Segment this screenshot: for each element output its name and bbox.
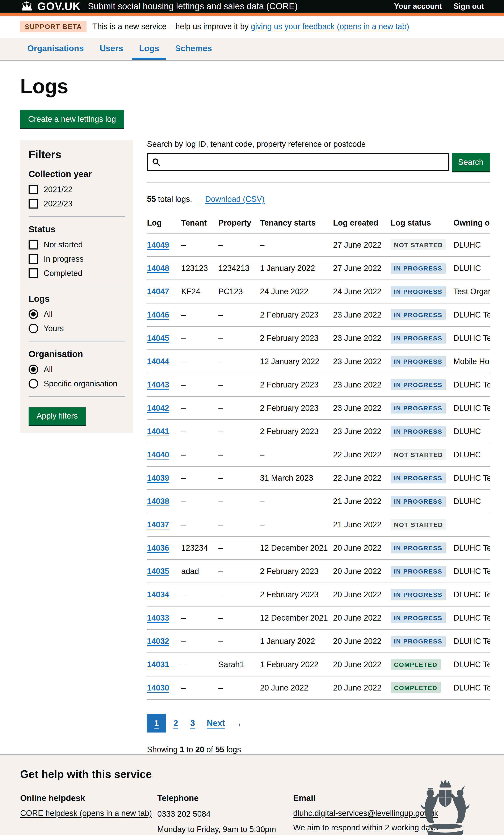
status-badge: IN PROGRESS — [390, 379, 446, 390]
checkbox-control-2021-22[interactable] — [28, 185, 38, 194]
log-link-14032[interactable]: 14032 — [147, 637, 169, 646]
cell-tenancy-starts: 2 February 2023 — [260, 583, 333, 606]
checkbox-label-in-progress[interactable]: In progress — [44, 254, 84, 264]
log-link-14040[interactable]: 14040 — [147, 450, 169, 459]
nav-link-logs[interactable]: Logs — [132, 38, 166, 60]
cell-log-created: 23 June 2022 — [333, 420, 390, 443]
checkbox-control-2022-23[interactable] — [28, 199, 38, 208]
checkbox-control-completed[interactable] — [28, 268, 38, 278]
nav-link-organisations[interactable]: Organisations — [20, 38, 91, 60]
pagination-next-link[interactable]: Next — [207, 718, 225, 728]
checkbox-control-in-progress[interactable] — [28, 254, 38, 264]
log-link-14043[interactable]: 14043 — [147, 380, 169, 389]
log-link-14038[interactable]: 14038 — [147, 497, 169, 506]
crest-box: © Crown copyright — [407, 778, 483, 835]
table-row: 14037–––21 June 2022NOT STARTED — [147, 513, 490, 536]
core-helpdesk-link[interactable]: CORE helpdesk (opens in a new tab) — [20, 809, 152, 818]
log-link-14041[interactable]: 14041 — [147, 427, 169, 436]
cell-tenant: – — [181, 327, 218, 350]
cell-property: – — [218, 443, 260, 466]
cell-log-created: 23 June 2022 — [333, 350, 390, 373]
checkbox-option-not-started[interactable]: Not started — [28, 240, 125, 249]
checkbox-option-2021-22[interactable]: 2021/22 — [28, 185, 125, 194]
checkbox-option-2022-23[interactable]: 2022/23 — [28, 199, 125, 208]
cell-log-status: IN PROGRESS — [390, 420, 453, 443]
status-badge: IN PROGRESS — [390, 589, 446, 600]
radio-label-specific-organisation[interactable]: Specific organisation — [44, 379, 117, 388]
cell-owning-organisation: DLUHC — [453, 257, 490, 280]
log-link-14048[interactable]: 14048 — [147, 264, 169, 272]
log-link-14036[interactable]: 14036 — [147, 544, 169, 552]
nav-link-schemes[interactable]: Schemes — [168, 38, 219, 60]
cell-owning-organisation: DLUHC Test — [453, 373, 490, 396]
status-badge: IN PROGRESS — [390, 333, 446, 344]
column-header-log: Log — [147, 213, 181, 233]
radio-control-yours[interactable] — [28, 324, 38, 333]
log-link-14030[interactable]: 14030 — [147, 684, 169, 692]
sign-out-link[interactable]: Sign out — [453, 2, 484, 11]
search-button[interactable]: Search — [452, 153, 490, 171]
log-link-14045[interactable]: 14045 — [147, 334, 169, 343]
radio-option-specific-organisation[interactable]: Specific organisation — [28, 379, 125, 388]
log-link-14033[interactable]: 14033 — [147, 613, 169, 622]
checkbox-option-in-progress[interactable]: In progress — [28, 254, 125, 264]
log-link-14046[interactable]: 14046 — [147, 310, 169, 319]
radio-label-yours[interactable]: Yours — [44, 324, 64, 333]
cell-tenancy-starts: 2 February 2023 — [260, 420, 333, 443]
cell-owning-organisation: DLUHC Test — [453, 653, 490, 676]
search-input[interactable] — [147, 153, 449, 171]
cell-tenant: – — [181, 350, 218, 373]
column-header-property: Property — [218, 213, 260, 233]
footer: Get help with this service Online helpde… — [0, 754, 504, 835]
cell-property: PC123 — [218, 280, 260, 303]
cell-property: – — [218, 350, 260, 373]
radio-control-specific-organisation[interactable] — [28, 379, 38, 388]
cell-tenant: KF24 — [181, 280, 218, 303]
log-link-14049[interactable]: 14049 — [147, 241, 169, 249]
checkbox-control-not-started[interactable] — [28, 240, 38, 249]
cell-tenant: – — [181, 583, 218, 606]
radio-control-all[interactable] — [28, 365, 38, 374]
pagination-page-3[interactable]: 3 — [186, 718, 200, 728]
log-link-14034[interactable]: 14034 — [147, 590, 169, 599]
cell-owning-organisation: DLUHC Test — [453, 583, 490, 606]
service-name-link[interactable]: Submit social housing lettings and sales… — [88, 1, 298, 11]
showing-from: 1 — [180, 745, 184, 754]
cell-property: – — [218, 373, 260, 396]
cell-property: – — [218, 513, 260, 536]
log-link-14042[interactable]: 14042 — [147, 404, 169, 412]
log-link-14035[interactable]: 14035 — [147, 567, 169, 576]
checkbox-label-2021-22[interactable]: 2021/22 — [44, 185, 73, 194]
table-row: 14038–––21 June 2022IN PROGRESSDLUHC — [147, 490, 490, 513]
radio-control-all[interactable] — [28, 309, 38, 319]
pagination-page-2[interactable]: 2 — [169, 718, 183, 728]
status-badge: IN PROGRESS — [390, 426, 446, 437]
checkbox-label-not-started[interactable]: Not started — [44, 240, 83, 249]
checkbox-option-completed[interactable]: Completed — [28, 268, 125, 278]
apply-filters-button[interactable]: Apply filters — [28, 407, 86, 425]
radio-option-yours[interactable]: Yours — [28, 324, 125, 333]
radio-option-all[interactable]: All — [28, 309, 125, 319]
cell-log-created: 27 June 2022 — [333, 257, 390, 280]
radio-label-all[interactable]: All — [44, 310, 53, 319]
cell-owning-organisation: DLUHC Test — [453, 630, 490, 653]
log-link-14047[interactable]: 14047 — [147, 287, 169, 296]
log-link-14039[interactable]: 14039 — [147, 473, 169, 482]
checkbox-label-completed[interactable]: Completed — [44, 269, 82, 278]
log-link-14044[interactable]: 14044 — [147, 357, 169, 366]
nav-link-users[interactable]: Users — [93, 38, 130, 60]
radio-option-all[interactable]: All — [28, 365, 125, 374]
your-account-link[interactable]: Your account — [394, 2, 442, 11]
log-link-14031[interactable]: 14031 — [147, 660, 169, 669]
feedback-link[interactable]: giving us your feedback (opens in a new … — [251, 22, 409, 31]
checkbox-label-2022-23[interactable]: 2022/23 — [44, 199, 73, 208]
log-link-14037[interactable]: 14037 — [147, 520, 169, 529]
table-row: 14035adad–2 February 202320 June 2022IN … — [147, 560, 490, 583]
create-lettings-log-button[interactable]: Create a new lettings log — [20, 110, 124, 128]
download-csv-link[interactable]: Download (CSV) — [205, 195, 265, 204]
cell-log-created: 20 June 2022 — [333, 653, 390, 676]
crown-icon — [20, 1, 34, 12]
primary-nav-list: OrganisationsUsersLogsSchemes — [20, 38, 484, 60]
radio-label-all[interactable]: All — [44, 365, 53, 374]
govuk-logo-link[interactable]: GOV.UK — [20, 0, 81, 13]
